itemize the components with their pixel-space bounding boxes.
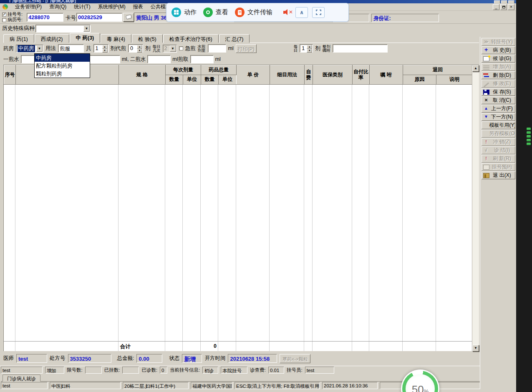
spin-down-icon[interactable]: ▼ — [307, 49, 312, 53]
pharmacy-select[interactable]: 中药房 ▼ — [16, 45, 43, 53]
col-note: 嘱 咐 — [370, 65, 403, 85]
tab-outpatient-visit[interactable]: 门诊病人就诊 — [3, 374, 40, 382]
save-icon — [483, 90, 489, 95]
per-day-stepper[interactable]: 1▲▼ — [300, 44, 313, 53]
status2-cell-3: 福建中医药大学国医堂 — [191, 382, 232, 389]
menu-item-4[interactable]: 报表 — [129, 3, 147, 11]
daijian-stepper[interactable]: 0▲▼ — [128, 44, 143, 53]
tab-4[interactable]: 毒 麻(4) — [101, 34, 131, 43]
tab-6[interactable]: 检查手术治疗等(6) — [163, 34, 219, 43]
menu-item-3[interactable]: 系统维护(M) — [94, 3, 129, 11]
grid-total-row: 合计0 — [4, 341, 479, 351]
spin-down-icon[interactable]: ▼ — [102, 49, 108, 53]
transfer-icon: ≫ — [483, 39, 489, 45]
pharmacy-option-1[interactable]: 配方颗粒剂药房 — [35, 62, 90, 70]
sidebar-button-4[interactable]: 删 除(D) — [482, 71, 515, 79]
urgent-checkbox[interactable] — [179, 46, 183, 50]
menu-item-1[interactable]: 查询(Q) — [45, 3, 70, 11]
sidebar-button-label: 冲 销(Z) — [489, 138, 515, 146]
reg-no-checkbox[interactable] — [2, 13, 6, 17]
tab-5[interactable]: 检 验(5) — [132, 34, 163, 43]
grid-icon — [171, 8, 181, 17]
col-qty1: 数量 — [166, 75, 183, 85]
spin-up-icon[interactable]: ▲ — [137, 45, 142, 49]
sidebar-button-3: 增 加(A) — [482, 63, 515, 71]
total-cell — [369, 342, 403, 351]
col-usage: 细目用法 — [270, 65, 305, 85]
water-amount-label: 水煎 剂量 — [198, 45, 206, 53]
col-spec: 规 格 — [119, 65, 166, 85]
herb-granule-toggle-button[interactable]: 草药<->颗粒 — [280, 354, 310, 363]
tab-3[interactable]: 中 药(3) — [70, 33, 101, 43]
overlay-action-label: 文件传输 — [247, 8, 272, 16]
mdi-window-buttons: _ × — [493, 4, 514, 10]
pharmacy-option-2[interactable]: 颗粒剂药房 — [35, 70, 90, 78]
decoct-input-2[interactable] — [85, 55, 120, 63]
sidebar-button-label: 转挂号(Y) — [489, 38, 515, 45]
spin-up-icon[interactable]: ▲ — [307, 45, 312, 49]
sidebar-button-16[interactable]: 退 出(X) — [482, 171, 515, 179]
sidebar-button-10[interactable]: 模板引用(Y) — [482, 121, 515, 129]
spin-down-icon[interactable]: ▼ — [137, 49, 142, 53]
overlay-action-1[interactable]: 查看 — [203, 8, 228, 17]
decoct-input-3[interactable] — [147, 55, 171, 63]
grid-vertical-scrollbar[interactable]: ▲ ▼ — [472, 65, 479, 352]
sidebar-button-2[interactable]: 候 诊(G) — [482, 55, 515, 63]
usage-input[interactable]: 煎服 — [58, 44, 84, 53]
chevron-down-icon[interactable]: ▼ — [83, 25, 90, 32]
history-disease-label: 历史特殊病种 — [2, 25, 35, 32]
close-button-top[interactable] — [508, 0, 514, 3]
muted-speaker-icon[interactable]: ✕ — [283, 9, 290, 16]
fullscreen-button[interactable] — [312, 7, 325, 18]
minimize-button-top[interactable] — [494, 0, 500, 3]
count-stepper[interactable]: 1▲▼ — [93, 44, 108, 53]
sidebar-button-label: 退 出(X) — [489, 172, 515, 179]
reg-no-input[interactable]: 4288070 — [27, 13, 63, 22]
patient-checkboxes: 挂号号: 病历号: — [2, 12, 23, 23]
restore-button-top[interactable] — [501, 0, 507, 3]
overlay-action-2[interactable]: 文件传输 — [235, 8, 272, 17]
delete-row-icon — [483, 73, 489, 78]
tab-2[interactable]: 西成药(2) — [35, 34, 69, 43]
col-return: 退回 — [403, 65, 473, 75]
col-unit2: 单位 — [219, 75, 237, 85]
water-amount-input[interactable] — [208, 44, 226, 53]
tab-7[interactable]: 汇 总(7) — [219, 34, 250, 43]
total-label: 合计 — [119, 342, 165, 351]
pharmacy-label: 药房 — [3, 45, 14, 52]
read-card-button[interactable] — [123, 13, 134, 22]
scroll-down-icon[interactable]: ▼ — [472, 345, 479, 352]
tab-1[interactable]: 病 历(1) — [3, 34, 34, 43]
daily-times-value: 2 — [164, 45, 167, 51]
overlay-action-0[interactable]: 动作 — [171, 8, 197, 17]
sidebar-button-9[interactable]: ▼下一方(N) — [482, 113, 515, 121]
scroll-up-icon[interactable]: ▲ — [472, 65, 479, 72]
minimize-icon[interactable]: _ — [493, 4, 499, 10]
decoct-input-4[interactable] — [190, 55, 214, 63]
total-cell — [304, 342, 313, 351]
menu-item-2[interactable]: 统计(T) — [70, 3, 94, 11]
record-no-checkbox[interactable] — [2, 18, 6, 22]
whole-note-input[interactable] — [333, 44, 388, 53]
close-icon[interactable]: × — [508, 4, 514, 10]
history-disease-select[interactable]: ▼ — [35, 25, 91, 33]
grid-column — [352, 85, 369, 341]
restore-icon[interactable] — [500, 4, 507, 10]
sidebar-button-1[interactable]: +病 史(B) — [482, 46, 515, 54]
sidebar-button-8[interactable]: ▲上一方(F) — [482, 105, 515, 113]
status-bar-session: test增加限号数:已挂数:已诊数:0当前挂号信息:初诊本院挂号诊查费:0.01… — [0, 366, 480, 374]
card-no-input[interactable]: 00282529 — [76, 13, 122, 22]
down-icon: ▼ — [483, 114, 489, 120]
decoct-label-5: ml — [215, 56, 221, 62]
sidebar-button-label: 下一方(N) — [489, 113, 515, 121]
spin-up-icon[interactable]: ▲ — [102, 45, 108, 49]
prescription-params-row: 药房 中药房 ▼ 用法 煎服 共 1▲▼ 剂代煎 0▲▼ 剂 每日 几次 2 ▼… — [3, 43, 479, 54]
sidebar-button-6[interactable]: 保 存(S) — [482, 88, 515, 96]
chevron-down-icon[interactable]: ▼ — [36, 45, 43, 52]
menu-item-0[interactable]: 业务管理(P) — [11, 3, 45, 11]
collapse-button[interactable]: ∧ — [295, 7, 308, 18]
status2-cell-2: 20栋二层,妇科1(工作中) — [123, 382, 189, 389]
pharmacy-option-0[interactable]: 中药房 — [35, 54, 90, 62]
sidebar-button-label: 上一方(F) — [489, 105, 515, 112]
sidebar-button-7[interactable]: ×取 消(C) — [482, 96, 515, 104]
